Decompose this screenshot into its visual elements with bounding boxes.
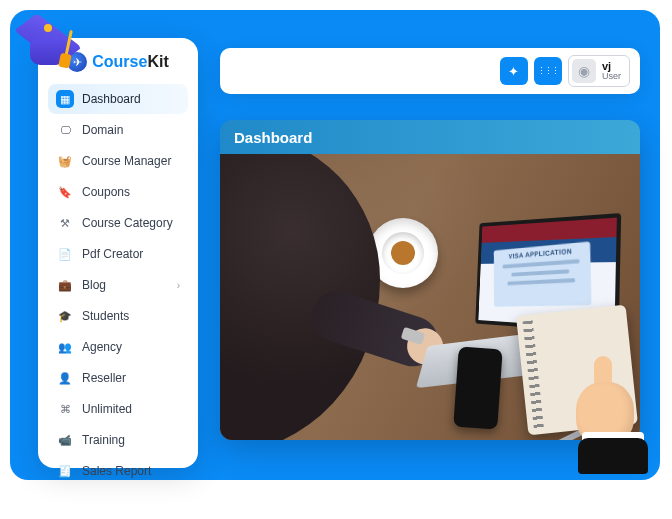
sidebar-item-pdf-creator[interactable]: 📄Pdf Creator: [48, 239, 188, 269]
avatar: ◉: [572, 59, 596, 83]
sliders-icon: ⚒: [56, 214, 74, 232]
sidebar-item-blog[interactable]: 💼Blog›: [48, 270, 188, 300]
file-icon: 📄: [56, 245, 74, 263]
sidebar-item-course-category[interactable]: ⚒Course Category: [48, 208, 188, 238]
visa-form: VISA APPLICATION: [494, 242, 592, 307]
apps-button[interactable]: ⋮⋮⋮: [534, 57, 562, 85]
basket-icon: 🧺: [56, 152, 74, 170]
app-canvas: ✈ CourseKit ▦Dashboard🖵Domain🧺Course Man…: [10, 10, 660, 480]
sidebar: ✈ CourseKit ▦Dashboard🖵Domain🧺Course Man…: [38, 38, 198, 468]
topbar: ✦ ⋮⋮⋮ ◉ vj User: [220, 48, 640, 94]
sidebar-item-label: Sales Report: [82, 464, 151, 478]
sidebar-item-label: Domain: [82, 123, 123, 137]
sidebar-item-unlimited[interactable]: ⌘Unlimited: [48, 394, 188, 424]
pointing-hand-decoration: [564, 374, 654, 474]
sidebar-item-sales-report[interactable]: 🧾Sales Report: [48, 456, 188, 486]
magic-button[interactable]: ✦: [500, 57, 528, 85]
sidebar-item-label: Coupons: [82, 185, 130, 199]
graduation-cap-decoration: [12, 15, 82, 75]
sidebar-menu: ▦Dashboard🖵Domain🧺Course Manager🔖Coupons…: [48, 84, 188, 486]
sidebar-item-label: Reseller: [82, 371, 126, 385]
sidebar-item-label: Course Category: [82, 216, 173, 230]
content-header: Dashboard: [220, 120, 640, 154]
sidebar-item-label: Training: [82, 433, 125, 447]
tag-icon: 🔖: [56, 183, 74, 201]
sidebar-item-label: Dashboard: [82, 92, 141, 106]
page-title: Dashboard: [234, 129, 312, 146]
graduation-icon: 🎓: [56, 307, 74, 325]
sidebar-item-reseller[interactable]: 👤Reseller: [48, 363, 188, 393]
sidebar-item-label: Pdf Creator: [82, 247, 143, 261]
smartphone: [453, 347, 502, 430]
sidebar-item-label: Unlimited: [82, 402, 132, 416]
report-icon: 🧾: [56, 462, 74, 480]
avatar-icon: ◉: [578, 63, 590, 79]
user-role: User: [602, 72, 621, 81]
grid-icon: ▦: [56, 90, 74, 108]
chevron-right-icon: ›: [177, 280, 180, 291]
sidebar-item-label: Students: [82, 309, 129, 323]
sidebar-item-students[interactable]: 🎓Students: [48, 301, 188, 331]
briefcase-icon: 💼: [56, 276, 74, 294]
sidebar-item-label: Blog: [82, 278, 106, 292]
brand-text: CourseKit: [92, 53, 168, 71]
sidebar-item-coupons[interactable]: 🔖Coupons: [48, 177, 188, 207]
infinity-icon: ⌘: [56, 400, 74, 418]
visa-title: VISA APPLICATION: [508, 247, 572, 259]
sidebar-item-label: Agency: [82, 340, 122, 354]
sidebar-item-dashboard[interactable]: ▦Dashboard: [48, 84, 188, 114]
magic-icon: ✦: [508, 64, 519, 79]
sidebar-item-course-manager[interactable]: 🧺Course Manager: [48, 146, 188, 176]
user-icon: 👤: [56, 369, 74, 387]
sidebar-item-training[interactable]: 📹Training: [48, 425, 188, 455]
sidebar-item-agency[interactable]: 👥Agency: [48, 332, 188, 362]
people-icon: 👥: [56, 338, 74, 356]
monitor-icon: 🖵: [56, 121, 74, 139]
sidebar-item-domain[interactable]: 🖵Domain: [48, 115, 188, 145]
user-menu[interactable]: ◉ vj User: [568, 55, 630, 87]
apps-icon: ⋮⋮⋮: [537, 66, 558, 76]
user-meta: vj User: [602, 61, 621, 81]
sidebar-item-label: Course Manager: [82, 154, 171, 168]
video-icon: 📹: [56, 431, 74, 449]
